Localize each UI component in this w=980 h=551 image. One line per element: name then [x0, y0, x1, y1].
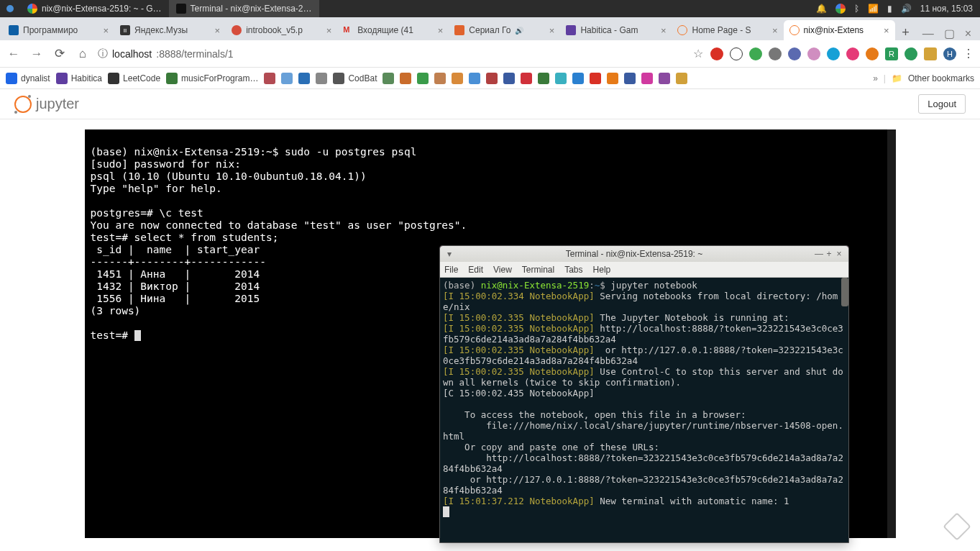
battery-icon[interactable]: ▮	[887, 4, 892, 14]
terminal-scrollbar[interactable]	[887, 129, 896, 538]
bookmark-icon[interactable]	[555, 73, 567, 84]
close-icon[interactable]: ×	[772, 25, 778, 36]
bookmark-item[interactable]	[316, 73, 327, 84]
bookmark-dynalist[interactable]: dynalist	[6, 73, 50, 84]
terminal-menubar: File Edit View Terminal Tabs Help	[440, 262, 848, 278]
window-menu-icon[interactable]: ▾	[444, 249, 454, 259]
window-minimize-icon[interactable]: —	[922, 27, 934, 40]
native-terminal-window[interactable]: ▾ Terminal - nix@nix-Extensa-2519: ~ — +…	[439, 245, 849, 543]
back-button[interactable]: ←	[6, 46, 22, 62]
close-icon[interactable]: ×	[549, 25, 555, 36]
bookmark-icon[interactable]	[469, 73, 480, 84]
notifications-icon[interactable]: 🔔	[816, 4, 827, 14]
reload-button[interactable]: ⟳	[52, 46, 68, 62]
taskbar-item-chrome[interactable]: nix@nix-Extensa-2519: ~ - G…	[20, 0, 169, 17]
wifi-icon[interactable]: 📶	[868, 4, 879, 14]
tab-serial[interactable]: Сериал Го🔊×	[449, 20, 560, 40]
forward-button[interactable]: →	[29, 46, 45, 62]
bookmark-icon[interactable]	[452, 73, 463, 84]
extension-icon[interactable]	[769, 47, 782, 60]
bookmark-habitica[interactable]: Habitica	[56, 73, 102, 84]
menu-file[interactable]: File	[444, 265, 458, 275]
extension-icon[interactable]	[788, 47, 801, 60]
menu-edit[interactable]: Edit	[468, 265, 483, 275]
extension-icon[interactable]	[710, 47, 723, 60]
close-icon[interactable]: ×	[215, 25, 221, 36]
bookmark-icon[interactable]	[417, 73, 429, 84]
bookmark-icon[interactable]	[641, 73, 653, 84]
extension-icon[interactable]	[905, 47, 917, 60]
extension-icon[interactable]: R	[885, 47, 898, 60]
menu-help[interactable]: Help	[593, 265, 611, 275]
tab-gmail-inbox[interactable]: MВходящие (41×	[337, 20, 449, 40]
close-icon[interactable]: ×	[661, 25, 667, 36]
bookmark-musicforprogram[interactable]: musicForProgram…	[166, 73, 258, 84]
bookmark-overflow-icon[interactable]: »	[873, 73, 878, 83]
jupyter-logo[interactable]: jupyter	[14, 96, 79, 113]
menu-view[interactable]: View	[493, 265, 512, 275]
clock[interactable]: 11 ноя, 15:03	[920, 4, 973, 14]
tab-jupyter-terminal[interactable]: nix@nix-Extens×	[784, 20, 895, 40]
volume-icon[interactable]: 🔊	[901, 4, 912, 14]
taskbar-item-terminal[interactable]: Terminal - nix@nix-Extensa-2…	[169, 0, 319, 17]
menu-terminal[interactable]: Terminal	[522, 265, 554, 275]
extension-icon[interactable]	[924, 47, 937, 60]
bookmark-icon[interactable]	[607, 73, 618, 84]
extension-icon[interactable]	[749, 47, 762, 60]
bookmark-icon[interactable]	[572, 73, 584, 84]
bookmark-icon[interactable]	[676, 73, 687, 84]
new-tab-button[interactable]: +	[895, 25, 917, 40]
other-bookmarks[interactable]: Other bookmarks	[908, 73, 974, 83]
taskbar-label: Terminal - nix@nix-Extensa-2…	[191, 4, 312, 14]
close-icon[interactable]: ×	[326, 25, 332, 36]
window-maximize-icon[interactable]: ▢	[944, 27, 955, 40]
bookmark-icon[interactable]	[383, 73, 394, 84]
window-maximize-icon[interactable]: +	[824, 249, 834, 259]
audio-icon[interactable]: 🔊	[515, 27, 523, 35]
bookmark-icon[interactable]	[624, 73, 636, 84]
window-close-icon[interactable]: ×	[965, 27, 971, 40]
site-info-icon[interactable]: ⓘ	[98, 47, 108, 60]
bookmark-item[interactable]	[281, 73, 293, 84]
bookmark-icon[interactable]	[486, 73, 498, 84]
menu-tabs[interactable]: Tabs	[564, 265, 582, 275]
window-close-icon[interactable]: ×	[834, 249, 844, 259]
bookmark-item[interactable]	[298, 73, 310, 84]
home-button[interactable]: ⌂	[75, 46, 91, 62]
bookmark-leetcode[interactable]: LeetCode	[108, 73, 160, 84]
bookmark-item[interactable]	[264, 73, 275, 84]
bookmark-icon[interactable]	[590, 73, 601, 84]
chrome-menu-icon[interactable]: ⋮	[963, 47, 974, 60]
bookmark-icon[interactable]	[434, 73, 446, 84]
bookmark-icon[interactable]	[538, 73, 549, 84]
extension-icon[interactable]	[827, 47, 840, 60]
extension-icon[interactable]	[866, 47, 879, 60]
avatar-icon[interactable]: H	[943, 47, 956, 60]
tab-introbook[interactable]: introbook_v5.p×	[226, 20, 337, 40]
extension-icon[interactable]	[807, 47, 820, 60]
url-input[interactable]: ⓘ localhost:8888/terminals/1	[98, 47, 686, 60]
close-icon[interactable]: ×	[103, 25, 109, 36]
scrollbar-thumb[interactable]	[841, 278, 848, 306]
logout-button[interactable]: Logout	[918, 94, 966, 114]
close-icon[interactable]: ×	[884, 25, 889, 36]
tab-habitica[interactable]: Habitica - Gam×	[560, 20, 672, 40]
extension-icon[interactable]	[846, 47, 859, 60]
extension-icon[interactable]	[730, 47, 743, 60]
tab-programming[interactable]: Программиро×	[3, 20, 114, 40]
bookmark-icon[interactable]	[503, 73, 515, 84]
bluetooth-icon[interactable]: ᛒ	[854, 4, 859, 14]
bookmark-star-icon[interactable]: ☆	[693, 47, 703, 60]
app-menu-icon[interactable]	[0, 0, 20, 17]
window-titlebar[interactable]: ▾ Terminal - nix@nix-Extensa-2519: ~ — +…	[440, 246, 848, 262]
terminal-output[interactable]: (base) nix@nix-Extensa-2519:~$ jupyter n…	[440, 278, 848, 542]
bookmark-icon[interactable]	[659, 73, 670, 84]
close-icon[interactable]: ×	[438, 25, 444, 36]
tab-yandex-music[interactable]: IIЯндекс.Музы×	[114, 20, 226, 40]
bookmark-icon[interactable]	[521, 73, 532, 84]
window-minimize-icon[interactable]: —	[814, 249, 824, 259]
bookmark-icon[interactable]	[400, 73, 411, 84]
bookmark-codbat[interactable]: CodBat	[333, 73, 377, 84]
tab-jupyter-home[interactable]: Home Page - S×	[672, 20, 783, 40]
chrome-tray-icon[interactable]	[835, 4, 846, 14]
